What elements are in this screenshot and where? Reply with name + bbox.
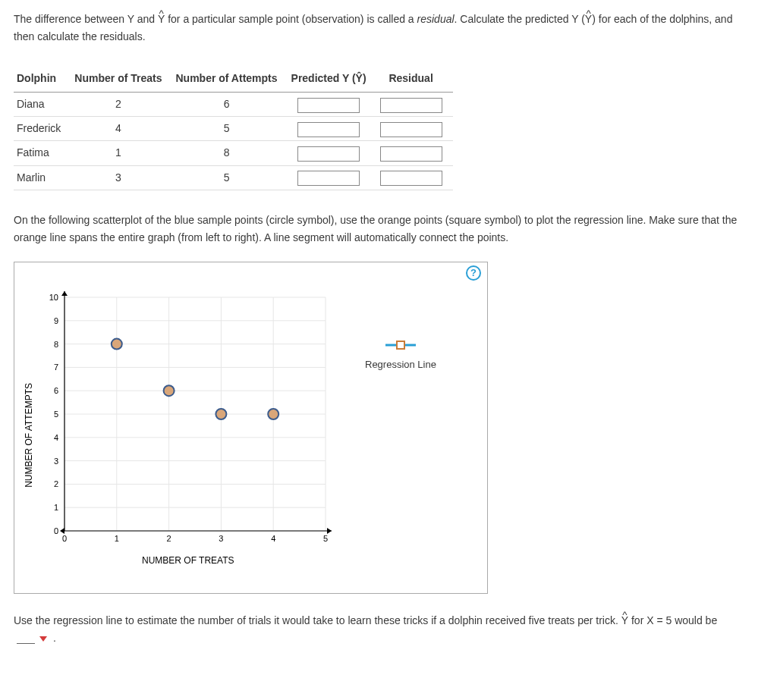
table-row: Diana 2 6 — [14, 93, 453, 117]
svg-text:5: 5 — [54, 410, 58, 419]
col-residual: Residual — [377, 67, 453, 93]
svg-marker-21 — [60, 528, 64, 534]
y-hat-symbol: Y^ — [158, 11, 165, 28]
svg-text:7: 7 — [54, 363, 58, 372]
intro-text-2: for a particular sample point (observati… — [165, 13, 417, 25]
final-text-1: Use the regression line to estimate the … — [14, 614, 621, 626]
cell-name: Marlin — [14, 165, 71, 190]
svg-text:0: 0 — [62, 534, 67, 543]
residual-input[interactable] — [380, 122, 442, 137]
final-text-2: for X = 5 would be — [628, 614, 717, 626]
svg-text:3: 3 — [54, 456, 58, 465]
scatter-instructions: On the following scatterplot of the blue… — [14, 212, 742, 246]
residual-em: residual — [417, 13, 455, 25]
predicted-input[interactable] — [297, 98, 360, 113]
col-treats: Number of Treats — [71, 67, 172, 93]
scatter-plot[interactable]: 012345012345678910 — [40, 291, 336, 549]
predicted-input[interactable] — [297, 122, 360, 137]
svg-text:9: 9 — [54, 316, 58, 325]
svg-text:10: 10 — [49, 293, 58, 302]
cell-name: Diana — [14, 93, 71, 117]
plot-region[interactable]: NUMBER OF ATTEMPTS 012345012345678910 NU… — [22, 291, 348, 579]
svg-text:1: 1 — [54, 503, 58, 512]
col-dolphin: Dolphin — [14, 67, 71, 93]
svg-point-40 — [163, 385, 174, 396]
svg-marker-19 — [327, 528, 332, 534]
svg-point-42 — [268, 409, 278, 419]
x-axis-label: NUMBER OF TREATS — [40, 554, 336, 569]
svg-point-39 — [112, 338, 122, 349]
answer-dropdown[interactable] — [14, 633, 50, 644]
cell-treats: 1 — [71, 141, 172, 165]
svg-text:4: 4 — [54, 433, 58, 442]
final-period: . — [50, 632, 56, 644]
svg-text:5: 5 — [323, 534, 328, 543]
intro-paragraph: The difference between Y and Y^ for a pa… — [14, 11, 742, 46]
residual-input[interactable] — [380, 98, 442, 113]
table-header-row: Dolphin Number of Treats Number of Attem… — [14, 67, 453, 93]
square-icon — [384, 340, 417, 350]
predicted-input[interactable] — [297, 171, 360, 186]
chart-container: ? NUMBER OF ATTEMPTS 012345012345678910 … — [14, 262, 488, 594]
svg-point-41 — [215, 409, 226, 419]
cell-name: Fatima — [14, 141, 71, 165]
residual-input[interactable] — [380, 146, 442, 162]
svg-text:8: 8 — [54, 339, 58, 348]
cell-attempts: 6 — [173, 93, 288, 117]
intro-text-3: . Calculate the predicted Y ( — [455, 13, 585, 25]
y-hat-symbol: Y^ — [585, 11, 592, 28]
cell-name: Frederick — [14, 117, 71, 141]
svg-text:1: 1 — [115, 534, 119, 543]
col-predicted: Predicted Y (Ŷ) — [288, 67, 377, 93]
chevron-down-icon — [39, 636, 47, 642]
svg-text:2: 2 — [54, 479, 58, 488]
svg-text:6: 6 — [54, 386, 58, 395]
cell-treats: 4 — [71, 117, 172, 141]
intro-text-1: The difference between Y and — [14, 13, 158, 25]
legend: Regression Line — [365, 340, 436, 579]
final-paragraph: Use the regression line to estimate the … — [14, 612, 742, 647]
chart-toolbar: ? — [14, 262, 487, 281]
svg-text:3: 3 — [219, 534, 223, 543]
dolphin-table: Dolphin Number of Treats Number of Attem… — [14, 67, 453, 190]
cell-attempts: 8 — [173, 141, 288, 165]
legend-label: Regression Line — [365, 356, 436, 372]
help-icon[interactable]: ? — [466, 265, 481, 281]
predicted-input[interactable] — [297, 146, 360, 162]
table-row: Fatima 1 8 — [14, 141, 453, 165]
svg-text:2: 2 — [166, 534, 171, 543]
cell-attempts: 5 — [173, 117, 288, 141]
y-hat-symbol: Y^ — [621, 612, 628, 629]
residual-input[interactable] — [380, 171, 442, 186]
svg-text:0: 0 — [54, 526, 58, 535]
cell-treats: 2 — [71, 93, 172, 117]
table-row: Frederick 4 5 — [14, 117, 453, 141]
col-attempts: Number of Attempts — [173, 67, 288, 93]
svg-text:4: 4 — [271, 534, 275, 543]
cell-attempts: 5 — [173, 165, 288, 190]
svg-rect-44 — [397, 341, 404, 349]
cell-treats: 3 — [71, 165, 172, 190]
table-row: Marlin 3 5 — [14, 165, 453, 190]
svg-marker-20 — [61, 291, 68, 296]
legend-item-regression[interactable]: Regression Line — [365, 340, 436, 372]
y-axis-label: NUMBER OF ATTEMPTS — [22, 383, 37, 488]
